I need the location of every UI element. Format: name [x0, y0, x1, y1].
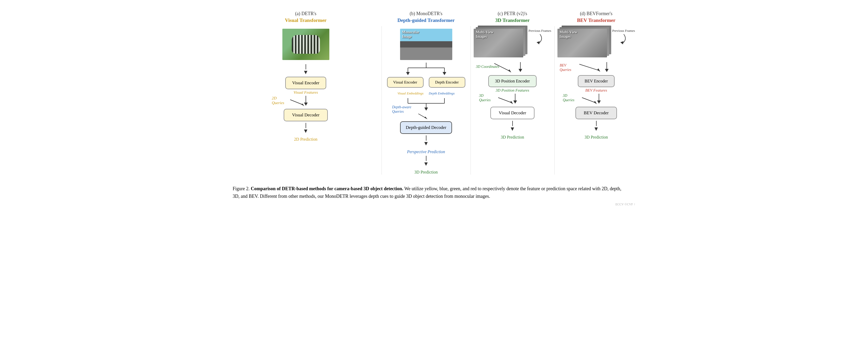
col-d-image-stack: Multi-ViewImages — [557, 29, 607, 57]
diagram-container: (a) DETR's Visual Transformer ▼ Visual E… — [233, 10, 636, 174]
col-d-arrow2-svg — [573, 94, 620, 107]
col-d-bev-arrow — [570, 62, 622, 75]
col-c-images-row: Multi-ViewImages Previous Frames — [474, 29, 551, 60]
col-b-prefix: (b) MonoDETR's — [410, 11, 443, 16]
column-b-title: (b) MonoDETR's Depth-guided Transformer — [398, 10, 455, 24]
svg-marker-34 — [594, 101, 597, 104]
col-d-top-row: BEVQueries — [560, 62, 633, 75]
svg-marker-28 — [597, 68, 600, 72]
col-b-queries-arrow — [413, 112, 439, 120]
column-c-title: (c) PETR (v2)'s 3D Transformer — [495, 10, 530, 24]
col-a-feature-label: Visual Features — [293, 90, 318, 95]
col-b-decoder: Depth-guided Decoder — [400, 121, 452, 134]
svg-marker-30 — [605, 69, 609, 72]
col-b-branch-svg — [390, 63, 463, 77]
svg-marker-14 — [424, 107, 428, 111]
col-d-encoder: BEV Encoder — [578, 75, 615, 87]
col-c-queries-label: 3DQueries — [479, 94, 491, 102]
col-a-image — [282, 29, 329, 60]
col-b-embedding-row: Visual Embeddings Depth Embeddings — [398, 90, 455, 97]
col-a-visual-encoder: Visual Encoder — [285, 77, 326, 89]
svg-marker-26 — [620, 41, 623, 44]
col-d-arrow3: ▼ — [593, 121, 599, 132]
col-c-encoder: 3D Position Encoder — [488, 75, 536, 87]
col-d-decoder: BEV Decoder — [576, 107, 617, 119]
col-d-prev-col: Previous Frames — [612, 29, 635, 46]
col-b-perspective: Perspective Prediction — [407, 150, 445, 154]
col-d-image-label: Multi-ViewImages — [560, 30, 577, 39]
svg-marker-21 — [519, 69, 522, 72]
svg-line-33 — [582, 98, 596, 103]
col-d-prev-frames: Previous Frames — [612, 29, 635, 33]
watermark: ECCV ©CVF ↑ — [233, 202, 636, 206]
col-c-prev-frames: Previous Frames — [528, 29, 551, 33]
col-b-embedding1: Visual Embeddings — [398, 91, 424, 96]
column-b: (b) MonoDETR's Depth-guided Transformer … — [384, 10, 468, 174]
col-d-multiview: Multi-ViewImages — [557, 29, 607, 57]
col-d-bev-queries-label: BEVQueries — [560, 63, 571, 72]
caption-figure-num: Figure 2. — [233, 186, 250, 191]
svg-marker-25 — [510, 101, 513, 104]
col-b-image: MonocularImage — [400, 29, 452, 60]
col-c-image-stack: Multi-ViewImages — [474, 29, 523, 57]
col-a-prediction: 2D Prediction — [294, 137, 317, 142]
svg-marker-17 — [536, 41, 540, 44]
svg-marker-1 — [304, 102, 308, 106]
col-b-depth-encoder: Depth Encoder — [429, 77, 465, 88]
col-b-queries-label: Depth-awareQueries — [392, 105, 411, 114]
col-b-arrow-3d: ▼ — [423, 156, 429, 167]
col-a-subtitle: Visual Transformer — [285, 17, 327, 24]
col-c-curve-arrow — [533, 33, 547, 46]
col-c-multiview: Multi-ViewImages — [474, 29, 523, 57]
column-d: (d) BEVFormer's BEV Transformer Multi-Vi… — [557, 10, 636, 140]
divider-cd — [554, 26, 555, 174]
col-c-coordinates: 3D Coordinates — [476, 65, 499, 69]
col-c-prefix: (c) PETR (v2)'s — [498, 11, 527, 16]
col-c-coord-row: 3D Coordinates — [476, 62, 549, 75]
col-a-arrow3: ▼ — [303, 123, 309, 134]
col-d-curve-arrow — [617, 33, 630, 46]
column-a-title: (a) DETR's Visual Transformer — [285, 10, 327, 24]
col-c-prediction: 3D Prediction — [501, 135, 524, 140]
svg-line-27 — [579, 64, 599, 70]
col-c-arrow2-svg — [489, 94, 536, 107]
col-d-images-row: Multi-ViewImages Previous Frames — [557, 29, 635, 60]
col-b-prediction: 3D Prediction — [414, 170, 438, 174]
col-d-prediction: 3D Prediction — [585, 135, 608, 140]
svg-marker-32 — [597, 100, 601, 104]
divider-bc — [470, 26, 471, 174]
col-a-arrow1: ▼ — [303, 64, 309, 75]
caption: Figure 2. Comparison of DETR-based metho… — [233, 185, 624, 200]
col-c-prev-col: Previous Frames — [528, 29, 551, 46]
col-d-queries-label: 3DQueries — [563, 94, 575, 102]
col-b-embedding2: Depth Embeddings — [429, 91, 455, 96]
column-d-title: (d) BEVFormer's BEV Transformer — [577, 10, 615, 24]
column-a: (a) DETR's Visual Transformer ▼ Visual E… — [233, 10, 379, 142]
col-c-feature-label: 3D Position Features — [496, 88, 529, 93]
col-a-visual-decoder: Visual Decoder — [284, 109, 328, 121]
svg-line-2 — [290, 100, 303, 105]
svg-marker-7 — [406, 72, 410, 75]
col-c-decoder: Visual Decoder — [490, 107, 534, 119]
col-c-arrow3: ▼ — [510, 121, 516, 132]
col-b-arrow-pred: ▼ — [423, 135, 429, 147]
svg-marker-23 — [513, 100, 517, 104]
col-d-feature-label: BEV Features — [585, 88, 607, 93]
divider-ab — [381, 26, 382, 174]
col-a-prefix: (a) DETR's — [295, 11, 316, 16]
col-b-image-label: MonocularImage — [402, 30, 420, 39]
col-d-prefix: (d) BEVFormer's — [580, 11, 613, 16]
col-b-visual-encoder: Visual Encoder — [387, 77, 424, 88]
svg-marker-19 — [508, 69, 511, 72]
col-b-encoder-row: Visual Encoder Depth Encoder — [387, 77, 465, 88]
caption-bold: Comparison of DETR-based methods for cam… — [251, 186, 403, 191]
col-c-image-label: Multi-ViewImages — [476, 30, 494, 39]
column-c: (c) PETR (v2)'s 3D Transformer Multi-Vie… — [473, 10, 552, 140]
svg-marker-9 — [443, 72, 446, 75]
col-b-subtitle: Depth-guided Transformer — [398, 17, 455, 24]
col-d-subtitle: BEV Transformer — [577, 17, 615, 24]
col-a-queries-label: 2DQueries — [272, 96, 284, 105]
svg-marker-16 — [424, 117, 428, 119]
col-c-subtitle: 3D Transformer — [495, 17, 530, 24]
svg-line-24 — [498, 98, 512, 103]
